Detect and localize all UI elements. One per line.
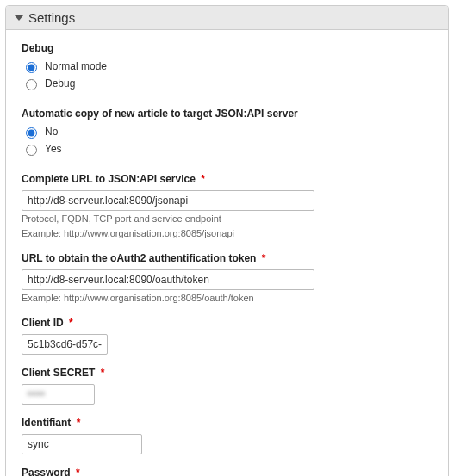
client-id-label-text: Client ID bbox=[22, 317, 64, 329]
password-label-text: Password bbox=[22, 467, 71, 476]
url-jsonapi-label: Complete URL to JSON:API service * bbox=[22, 173, 432, 185]
password-field: Password * •••• BE CAREFULL !!!! Passwor… bbox=[22, 467, 432, 476]
required-asterisk: * bbox=[77, 417, 81, 429]
autocopy-group: Automatic copy of new article to target … bbox=[22, 108, 432, 156]
client-secret-field: Client SECRET * •••• bbox=[22, 367, 432, 405]
url-oauth-label: URL to obtain the oAuth2 authentificatio… bbox=[22, 252, 432, 264]
debug-label-debug: Debug bbox=[45, 77, 75, 90]
url-oauth-input[interactable] bbox=[22, 269, 314, 290]
url-oauth-label-text: URL to obtain the oAuth2 authentificatio… bbox=[22, 252, 256, 264]
url-jsonapi-field: Complete URL to JSON:API service * Proto… bbox=[22, 173, 432, 240]
url-jsonapi-input[interactable] bbox=[22, 190, 314, 211]
client-secret-label: Client SECRET * bbox=[22, 367, 432, 379]
required-asterisk: * bbox=[101, 367, 105, 379]
url-oauth-field: URL to obtain the oAuth2 authentificatio… bbox=[22, 252, 432, 305]
autocopy-title: Automatic copy of new article to target … bbox=[22, 108, 432, 120]
autocopy-radio-yes[interactable] bbox=[26, 145, 37, 156]
url-jsonapi-help1: Protocol, FQDN, TCP port and service end… bbox=[22, 213, 432, 226]
identifiant-label: Identifiant * bbox=[22, 417, 432, 429]
client-secret-input[interactable]: •••• bbox=[22, 384, 95, 405]
autocopy-radio-no[interactable] bbox=[26, 127, 37, 139]
password-label: Password * bbox=[22, 467, 432, 476]
identifiant-label-text: Identifiant bbox=[22, 417, 71, 429]
panel-body: Debug Normal mode Debug Automatic copy o… bbox=[6, 30, 448, 476]
required-asterisk: * bbox=[76, 467, 80, 476]
required-asterisk: * bbox=[262, 252, 266, 264]
client-id-field: Client ID * bbox=[22, 317, 432, 355]
identifiant-input[interactable] bbox=[22, 434, 142, 454]
panel-title: Settings bbox=[28, 10, 75, 25]
url-oauth-help1: Example: http://www.organisation.org:808… bbox=[22, 292, 432, 305]
client-id-label: Client ID * bbox=[22, 317, 432, 329]
panel-header[interactable]: Settings bbox=[6, 6, 448, 30]
debug-title: Debug bbox=[22, 42, 432, 54]
debug-radio-normal[interactable] bbox=[26, 62, 37, 73]
collapse-triangle-icon bbox=[15, 15, 23, 21]
identifiant-field: Identifiant * bbox=[22, 417, 432, 454]
required-asterisk: * bbox=[69, 317, 73, 329]
url-jsonapi-label-text: Complete URL to JSON:API service bbox=[22, 173, 196, 185]
url-jsonapi-help2: Example: http://www.organisation.org:808… bbox=[22, 227, 432, 240]
debug-group: Debug Normal mode Debug bbox=[22, 42, 432, 90]
autocopy-option-no[interactable]: No bbox=[22, 125, 432, 139]
debug-option-debug[interactable]: Debug bbox=[22, 77, 432, 90]
required-asterisk: * bbox=[201, 173, 205, 185]
settings-panel: Settings Debug Normal mode Debug Automat… bbox=[5, 5, 449, 476]
debug-radio-debug[interactable] bbox=[26, 79, 37, 90]
debug-option-normal[interactable]: Normal mode bbox=[22, 59, 432, 73]
client-id-input[interactable] bbox=[22, 334, 108, 355]
client-secret-label-text: Client SECRET bbox=[22, 367, 95, 379]
autocopy-label-yes: Yes bbox=[45, 143, 62, 155]
autocopy-label-no: No bbox=[45, 126, 58, 138]
debug-label-normal: Normal mode bbox=[45, 60, 107, 72]
autocopy-option-yes[interactable]: Yes bbox=[22, 142, 432, 156]
